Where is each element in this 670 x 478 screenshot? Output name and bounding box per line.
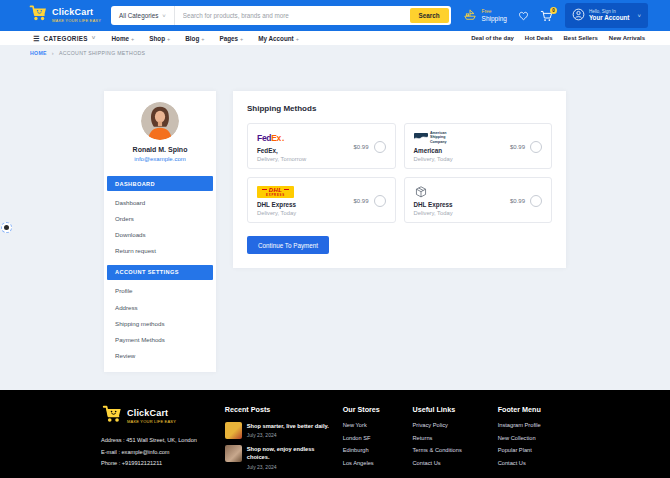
- sidebar-section-dashboard: DASHBOARD: [107, 176, 213, 191]
- brand-name: ClickCart: [127, 409, 176, 418]
- store-link-edinburgh[interactable]: Edinburgh: [343, 447, 403, 453]
- link-popular-plant[interactable]: Popular Plant: [498, 447, 569, 453]
- fedex-logo: FedEx.: [257, 131, 306, 144]
- sidebar-item-address[interactable]: Address: [104, 299, 216, 315]
- sidebar-item-review[interactable]: Review: [104, 348, 216, 364]
- site-logo[interactable]: ClickCart MAKE YOUR LIFE EASY: [28, 5, 101, 26]
- nav-item-shop[interactable]: Shop+: [149, 35, 170, 42]
- shipping-option-dhl[interactable]: DHL EXPRESS DHL Express Delivery, Today …: [247, 177, 396, 223]
- user-email-link[interactable]: info@example.com: [110, 156, 210, 162]
- floating-settings-widget[interactable]: [1, 222, 12, 233]
- useful-links-title: Useful Links: [412, 405, 487, 414]
- footer-menu-title: Footer Menu: [498, 405, 569, 414]
- link-deal-of-the-day[interactable]: Deal of the day: [471, 35, 514, 41]
- cart-button[interactable]: 0: [540, 10, 553, 22]
- american-shipping-logo: American Shipping Company: [414, 131, 453, 144]
- search-input[interactable]: [175, 12, 408, 19]
- store-link-los-angeles[interactable]: Los Angeles: [343, 460, 403, 466]
- nav-item-my-account[interactable]: My Account+: [258, 35, 299, 42]
- shipping-option-fedex[interactable]: FedEx. FedEx, Delivery, Tomorrow $0.99: [247, 123, 396, 169]
- breadcrumb-home-link[interactable]: HOME: [30, 50, 47, 56]
- link-hot-deals[interactable]: Hot Deals: [525, 35, 553, 41]
- method-price: $0.99: [353, 198, 368, 204]
- search-button[interactable]: Search: [410, 8, 449, 23]
- top-bar: ClickCart MAKE YOUR LIFE EASY All Catego…: [0, 0, 670, 31]
- account-content: Ronald M. Spino info@example.com DASHBOA…: [104, 91, 566, 372]
- nav-item-home[interactable]: Home+: [112, 35, 135, 42]
- continue-to-payment-button[interactable]: Continue To Payment: [247, 236, 329, 254]
- nav-item-blog[interactable]: Blog+: [185, 35, 204, 42]
- shipping-option-dhl-express[interactable]: DHL Express Delivery, Today $0.99: [404, 177, 553, 223]
- shipping-methods-grid: FedEx. FedEx, Delivery, Tomorrow $0.99: [247, 123, 552, 223]
- breadcrumb: HOME › ACCOUNT SHIPPING METHODS: [0, 45, 670, 56]
- sidebar-item-orders[interactable]: Orders: [104, 210, 216, 226]
- profile-summary: Ronald M. Spino info@example.com: [104, 91, 216, 170]
- link-new-collection[interactable]: New Collection: [498, 435, 569, 441]
- breadcrumb-current: ACCOUNT SHIPPING METHODS: [59, 50, 145, 56]
- search-category-dropdown[interactable]: All Categories ˅: [111, 6, 175, 25]
- sidebar-item-payment-methods[interactable]: Payment Methods: [104, 331, 216, 347]
- package-box-icon: [414, 185, 453, 198]
- post-thumbnail: [225, 422, 242, 439]
- sidebar-section-account-settings: ACCOUNT SETTINGS: [107, 265, 213, 280]
- ship-icon: [463, 7, 477, 25]
- brand-name: ClickCart: [52, 8, 101, 17]
- cart-count-badge: 0: [550, 7, 557, 14]
- footer-email[interactable]: E-mail : example@info.com: [101, 449, 215, 455]
- plus-icon: +: [131, 36, 134, 42]
- method-name: FedEx,: [257, 147, 306, 154]
- recent-post[interactable]: Shop smarter, live better daily. July 23…: [225, 422, 333, 439]
- link-instagram-profile[interactable]: Instagram Profile: [498, 422, 569, 428]
- dot-icon: [4, 225, 9, 230]
- link-terms-conditions[interactable]: Terms & Conditions: [412, 447, 487, 453]
- footer-phone[interactable]: Phone : +919912121211: [101, 460, 215, 466]
- footer-address: Address : 451 Wall Street, UK, London: [101, 437, 215, 443]
- dhl-logo: DHL EXPRESS: [257, 185, 296, 198]
- store-link-london-sf[interactable]: London SF: [343, 435, 403, 441]
- recent-posts-title: Recent Posts: [225, 405, 333, 414]
- page-title: Shipping Methods: [247, 104, 552, 113]
- breadcrumb-separator-icon: ›: [52, 50, 54, 56]
- cart-logo-icon: [101, 405, 123, 428]
- account-button[interactable]: Hello, Sign In Your Account ˅: [565, 3, 648, 28]
- nav-item-pages[interactable]: Pages+: [219, 35, 243, 42]
- store-link-new-york[interactable]: New York: [343, 422, 403, 428]
- recent-post[interactable]: Shop now, enjoy endless choices. July 23…: [225, 445, 333, 470]
- categories-menu-button[interactable]: ☰ CATEGORIES ˅: [33, 35, 96, 42]
- wishlist-heart-icon[interactable]: [518, 11, 529, 21]
- footer-stores-column: Our Stores New York London SF Edinburgh …: [343, 405, 403, 476]
- footer-useful-links-column: Useful Links Privacy Policy Returns Term…: [412, 405, 487, 476]
- sidebar-item-downloads[interactable]: Downloads: [104, 226, 216, 242]
- method-delivery: Delivery, Today: [414, 210, 453, 216]
- link-contact-us[interactable]: Contact Us: [498, 460, 569, 466]
- categories-label: CATEGORIES: [44, 35, 88, 42]
- method-price: $0.99: [510, 144, 525, 150]
- account-label: Your Account: [589, 14, 630, 22]
- sidebar-item-dashboard[interactable]: Dashboard: [104, 194, 216, 210]
- plus-icon: +: [240, 36, 243, 42]
- chevron-down-icon: ˅: [162, 13, 166, 19]
- footer-logo[interactable]: ClickCart MAKE YOUR LIFE EASY: [101, 405, 215, 428]
- link-best-sellers[interactable]: Best Sellers: [564, 35, 598, 41]
- free-shipping-badge[interactable]: Free Shipping: [463, 7, 507, 25]
- cart-logo-icon: [28, 5, 48, 26]
- radio-dhl[interactable]: [374, 195, 386, 207]
- link-privacy-policy[interactable]: Privacy Policy: [412, 422, 487, 428]
- chevron-down-icon: ˅: [92, 35, 96, 41]
- post-thumbnail: [225, 445, 242, 462]
- link-contact-us[interactable]: Contact Us: [412, 460, 487, 466]
- footer-recent-posts-column: Recent Posts Shop smarter, live better d…: [225, 405, 333, 476]
- method-delivery: Delivery, Today: [257, 210, 296, 216]
- link-returns[interactable]: Returns: [412, 435, 487, 441]
- radio-american[interactable]: [530, 141, 542, 153]
- sidebar-item-shipping-methods[interactable]: Shipping methods: [104, 315, 216, 331]
- method-name: DHL Express: [414, 201, 453, 208]
- sidebar-item-profile[interactable]: Profile: [104, 283, 216, 299]
- radio-fedex[interactable]: [374, 141, 386, 153]
- radio-dhl-express[interactable]: [530, 195, 542, 207]
- shipping-option-american[interactable]: American Shipping Company American Deliv…: [404, 123, 553, 169]
- method-price: $0.99: [510, 198, 525, 204]
- sidebar-item-return-request[interactable]: Return request: [104, 243, 216, 259]
- link-new-arrivals[interactable]: New Arrivals: [609, 35, 645, 41]
- method-price: $0.99: [353, 144, 368, 150]
